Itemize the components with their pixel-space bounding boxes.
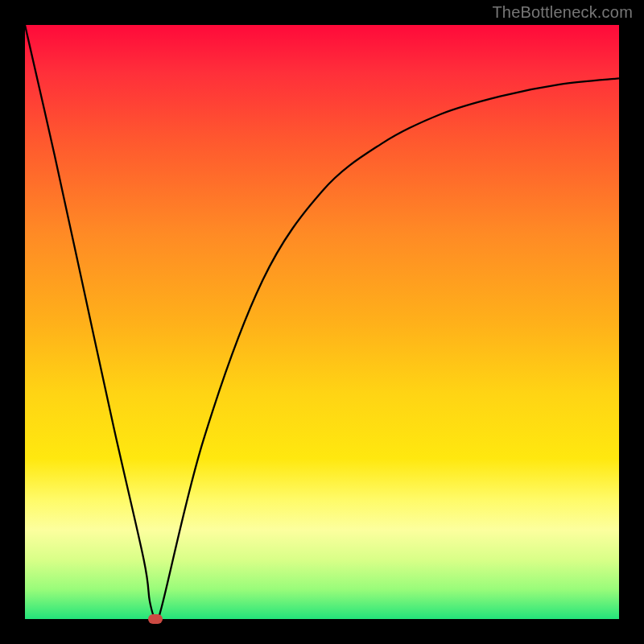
curve-path	[25, 25, 619, 619]
chart-frame: TheBottleneck.com	[0, 0, 644, 644]
minimum-marker	[148, 614, 163, 624]
watermark-label: TheBottleneck.com	[492, 3, 633, 22]
curve-svg	[25, 25, 619, 619]
plot-area	[25, 25, 619, 619]
